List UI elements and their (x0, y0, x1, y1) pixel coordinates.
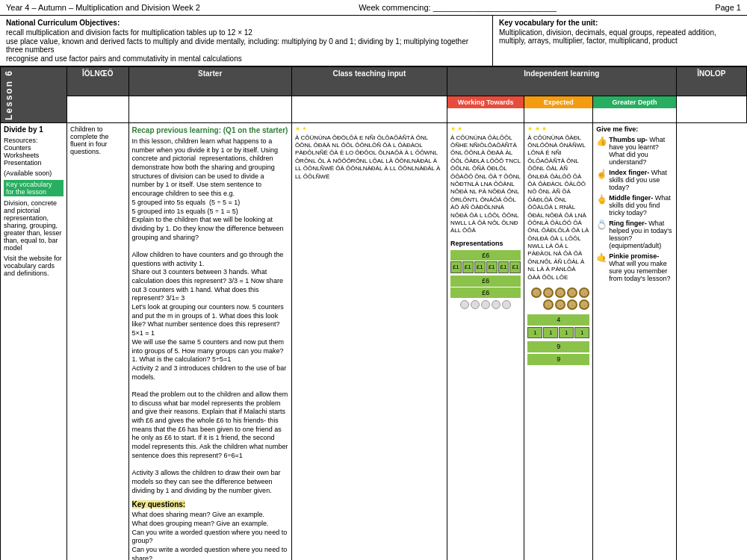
cookie-6 (543, 299, 554, 310)
obj-1: recall multiplication and division facts… (6, 28, 486, 37)
wt-content: À CÔÜNÙNA ÔÐÖLÔÀ E NÑI ÔLÔAÔÀÑTÀ ÔNL ÔÔN… (295, 134, 444, 181)
lesson-col-header: Lesson 6 (1, 67, 67, 123)
bar1-cell-4: £1 (486, 261, 498, 273)
objectives-title: National Curriculum Objectives: (6, 19, 486, 27)
working-towards-cell: ★ ✦ À CÔÜNÙNA ÔÐÖLÔÀ E NÑI ÔLÔAÔÀÑTÀ ÔNL… (291, 123, 447, 560)
key-vocab-label: Key vocabulary for the lesson (4, 180, 63, 196)
lesson-resources: Resources: Counters Worksheets Presentat… (4, 137, 63, 167)
star2: ★ (535, 125, 540, 132)
gd-content: À CÔÜNÙNA ÔÀÐL ÔNLÔÔNÀ ÔNÀÑWL LÔNÀ É NÑI… (527, 134, 589, 281)
greater-depth-cell: ★ ★ ★ À CÔÜNÙNA ÔÀÐL ÔNLÔÔNÀ ÔNÀÑWL LÔNÀ… (524, 123, 593, 560)
bar1-top: £6 (450, 250, 521, 261)
circle-4 (492, 300, 500, 309)
rep-title: Representations (450, 240, 521, 248)
key-vocab-unit-title: Key vocabulary for the unit: (499, 19, 741, 27)
lesson-description: Division, concrete and pictorial represe… (4, 199, 63, 252)
recap-label: Recap previous learning: (Q1 on the star… (132, 125, 288, 135)
bar3-cell-1: 1 (527, 327, 542, 339)
bar-model-1: £6 £1 £1 £1 £1 £1 £1 (450, 250, 521, 273)
header-page: Page 1 (715, 3, 741, 12)
star1: ★ (295, 125, 300, 132)
middle-icon: 🖕 (596, 194, 607, 205)
cookie-2 (543, 287, 554, 298)
exp-header: Expected (524, 96, 593, 122)
bar1-cell-2: £1 (462, 261, 474, 273)
plenary-4-text: Ring finger- What helped you in today's … (609, 220, 673, 249)
expected-cell: ★ ★ À CÔÜNÙNA ÔÀLÔÔL ÔÑHE NÑIÔLÔAÔÀÑTÀ Ô… (447, 123, 524, 560)
title-sub-header (67, 96, 129, 122)
plenary-2-text: Index finger- What skills did you use to… (609, 169, 673, 191)
pinkie-icon: 🤙 (596, 252, 607, 263)
bar1-cell-3: £1 (474, 261, 486, 273)
plenary-item-5: 🤙 Pinkie promise- What will you make sur… (596, 252, 673, 282)
bar2-top: £6 (450, 276, 521, 287)
star2: ★ (457, 125, 462, 132)
teaching-main: In this lesson, children learn what happ… (132, 137, 288, 495)
objectives-section: National Curriculum Objectives: recall m… (0, 16, 747, 66)
bar3-row: 4 (527, 314, 589, 326)
lesson-title: Divide by 1 (4, 125, 63, 134)
starter-col-header: Starter (128, 67, 291, 96)
page-wrapper: Year 4 – Autumn – Multiplication and Div… (0, 0, 747, 560)
bar3-cell-2: 1 (543, 327, 558, 339)
circle-2 (471, 300, 480, 309)
gd-stars: ★ ★ ★ (527, 125, 589, 133)
objectives-left: National Curriculum Objectives: recall m… (0, 16, 493, 66)
wt-stars: ★ ✦ (295, 125, 444, 133)
exp-stars: ★ ★ (450, 125, 521, 133)
obj-3: recognise and use factor pairs and commu… (6, 55, 486, 63)
index-icon: ☝️ (596, 169, 607, 179)
bar4-container: 9 9 (527, 341, 589, 366)
title-col-header: ÎÖLNŒÖ (67, 67, 129, 96)
key-questions-label: Key questions: (132, 500, 186, 508)
starter-cell: Children to complete the fluent in four … (67, 123, 129, 560)
cookie-3 (555, 287, 565, 298)
bar-model-2: £6 £6 (450, 276, 521, 299)
plenary-cell: Give me five: 👍 Thumbs up- What have you… (593, 123, 677, 560)
bar1-cell-1: £1 (450, 261, 462, 273)
header-week: Week commencing: _______________________… (359, 3, 557, 12)
plenary-1-text: Thumbs up- What have you learnt? What di… (609, 136, 673, 166)
plenary-5-text: Pinkie promise- What will you make sure … (609, 252, 673, 282)
cookie-4 (567, 287, 577, 298)
bar4-top-row: 9 (527, 341, 589, 353)
cookie-7 (555, 299, 565, 310)
resources-worksheets: Worksheets (4, 152, 63, 159)
bar4-label: 9 (527, 341, 589, 352)
plenary-title: Give me five: (596, 125, 673, 133)
ring-icon: 💍 (596, 220, 607, 230)
key-vocab-lesson: Key vocabulary for the lesson (4, 180, 63, 196)
exp-content: À CÔÜNÙNA ÔÀLÔÔL ÔÑHE NÑIÔLÔAÔÀÑTÀ ÔNL Ô… (450, 134, 521, 235)
bar3-cells-row: 1 1 1 1 (527, 327, 589, 339)
bar1-cell-5: £1 (498, 261, 509, 273)
starter-text: Children to complete the fluent in four … (70, 125, 125, 155)
key-vocab-unit-content: Multiplication, division, decimals, equa… (499, 28, 741, 45)
resources-label: Resources: (4, 137, 63, 144)
circle-3 (481, 300, 490, 309)
key-questions-section: Key questions: (132, 500, 288, 509)
bar3-cell-3: 1 (559, 327, 574, 339)
bar1-cells: £1 £1 £1 £1 £1 £1 (450, 261, 521, 273)
plenary-col-header: ÎNOLOP (676, 67, 746, 96)
circle-1 (460, 300, 469, 309)
bar2-bottom: £6 (450, 287, 521, 299)
page-header: Year 4 – Autumn – Multiplication and Div… (0, 0, 747, 16)
bar4-bottom-row: 9 (527, 354, 589, 366)
plenary-item-3: 🖕 Middle finger- What skills did you fin… (596, 194, 673, 217)
main-table: Lesson 6 ÎÖLNŒÖ Starter Class teaching i… (0, 66, 747, 560)
lesson-label: Lesson 6 (4, 69, 14, 120)
website-link: Visit the website for vocabulary cards a… (4, 255, 63, 277)
plenary-3-text: Middle finger- What skills did you find … (609, 194, 673, 217)
star2: ✦ (302, 125, 307, 132)
star1: ★ (527, 125, 533, 132)
expected-label: Expected (524, 96, 592, 108)
plenary-item-4: 💍 Ring finger- What helped you in today'… (596, 220, 673, 249)
star1: ★ (450, 125, 456, 132)
starter-sub-header (128, 96, 291, 122)
resources-presentation: Presentation (4, 159, 63, 167)
cookies-area (527, 287, 589, 310)
circle-5 (502, 300, 511, 309)
available-soon: (Available soon) (4, 169, 63, 177)
obj-2: use place value, known and derived facts… (6, 37, 486, 54)
resources-counters: Counters (4, 144, 63, 152)
